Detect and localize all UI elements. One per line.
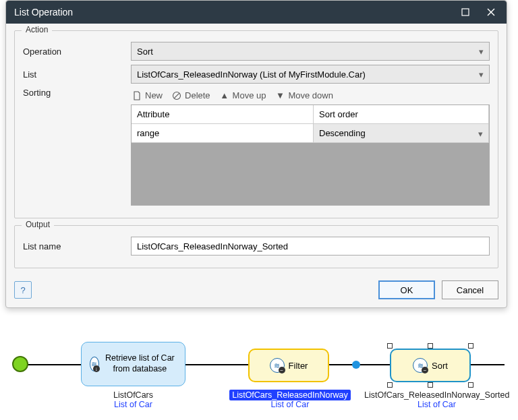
dialog-title: List Operation (14, 7, 453, 18)
triangle-down-icon: ▼ (275, 91, 285, 100)
caption-type: List of Car (81, 400, 185, 409)
caption-filter: ListOfCars_ReleasedInNorway List of Car (223, 390, 357, 409)
prohibit-icon (172, 91, 181, 100)
new-button[interactable]: New (132, 90, 163, 100)
selection-handle[interactable] (387, 343, 393, 349)
ok-button[interactable]: OK (378, 280, 435, 299)
node-retrieve-label: Retrieve list of Car from database (103, 353, 177, 374)
cell-sortorder-select[interactable]: Descending ▾ (314, 124, 489, 142)
node-filter-label: Filter (289, 361, 308, 371)
list-select[interactable]: ListOfCars_ReleasedInNorway (List of MyF… (131, 65, 490, 84)
ok-label: OK (401, 285, 413, 295)
new-label: New (145, 90, 163, 100)
col-sortorder-header[interactable]: Sort order (314, 105, 489, 123)
close-button[interactable] (478, 3, 504, 22)
col-attribute-header[interactable]: Attribute (132, 105, 314, 123)
operation-value: Sort (137, 47, 153, 57)
help-icon: ? (20, 285, 25, 295)
caption-name: ListOfCars_ReleasedInNorway (229, 390, 351, 400)
cancel-button[interactable]: Cancel (442, 280, 498, 299)
selection-handle[interactable] (387, 382, 393, 388)
grid-empty-area (132, 143, 489, 205)
operation-label: Operation (23, 47, 131, 57)
dialog-footer: ? OK Cancel (6, 275, 507, 307)
selection-handle[interactable] (468, 382, 473, 388)
help-button[interactable]: ? (14, 281, 32, 299)
node-filter[interactable]: ≋ Filter (248, 349, 329, 382)
node-sort-label: Sort (432, 361, 448, 371)
node-retrieve[interactable]: ≋ Retrieve list of Car from database (81, 342, 185, 386)
caption-name: ListOfCars (81, 390, 185, 400)
list-label: List (23, 69, 131, 80)
delete-label: Delete (185, 90, 210, 100)
svg-line-4 (174, 93, 179, 98)
cell-sortorder-value: Descending (319, 128, 366, 138)
action-group: Action Operation Sort ▾ List ListOfCars_… (14, 30, 498, 218)
selection-handle[interactable] (428, 382, 433, 388)
cell-attribute[interactable]: range (132, 124, 314, 142)
titlebar[interactable]: List Operation (6, 1, 507, 24)
node-sort[interactable]: ≋ Sort (390, 349, 471, 382)
movedown-label: Move down (288, 90, 333, 100)
list-value: ListOfCars_ReleasedInNorway (List of MyF… (137, 69, 366, 80)
listname-input[interactable]: ListOfCars_ReleasedInNorway_Sorted (131, 237, 490, 256)
grid-header: Attribute Sort order (132, 105, 489, 124)
workflow-canvas[interactable]: ≋ Retrieve list of Car from database ≋ F… (0, 320, 518, 418)
listname-value: ListOfCars_ReleasedInNorway_Sorted (137, 241, 288, 251)
caption-type: List of Car (364, 400, 509, 409)
sorting-label: Sorting (23, 88, 131, 98)
movedown-button[interactable]: ▼ Move down (275, 90, 333, 100)
moveup-button[interactable]: ▲ Move up (220, 90, 266, 100)
triangle-up-icon: ▲ (220, 91, 229, 100)
maximize-button[interactable] (453, 3, 478, 22)
selection-handle[interactable] (468, 343, 473, 349)
action-legend: Action (22, 25, 52, 34)
chevron-down-icon: ▾ (478, 128, 483, 138)
cancel-label: Cancel (457, 285, 484, 295)
caption-type: List of Car (223, 400, 357, 409)
chevron-down-icon: ▾ (479, 69, 484, 80)
chevron-down-icon: ▾ (479, 47, 484, 57)
list-operation-dialog: List Operation Action Operation Sort ▾ L… (5, 0, 507, 308)
caption-retrieve: ListOfCars List of Car (81, 390, 185, 409)
caption-name: ListOfCars_ReleasedInNorway_Sorted (364, 390, 509, 400)
sort-grid: Attribute Sort order range Descending ▾ (131, 104, 490, 206)
delete-button[interactable]: Delete (172, 90, 210, 100)
caption-sort: ListOfCars_ReleasedInNorway_Sorted List … (364, 390, 509, 409)
moveup-label: Move up (233, 90, 266, 100)
sort-toolbar: New Delete ▲ Move up ▼ Move down (131, 88, 490, 104)
link-dot[interactable] (352, 361, 360, 369)
output-group: Output List name ListOfCars_ReleasedInNo… (14, 225, 498, 268)
filter-icon: ≋ (270, 358, 285, 373)
output-legend: Output (22, 220, 54, 229)
grid-row[interactable]: range Descending ▾ (132, 124, 489, 143)
start-node[interactable] (12, 356, 28, 372)
sort-icon: ≋ (413, 358, 428, 373)
listname-label: List name (23, 241, 131, 251)
svg-rect-0 (462, 9, 469, 16)
new-file-icon (132, 91, 142, 100)
selection-handle[interactable] (428, 343, 433, 349)
operation-select[interactable]: Sort ▾ (131, 42, 490, 61)
retrieve-icon: ≋ (90, 357, 99, 371)
